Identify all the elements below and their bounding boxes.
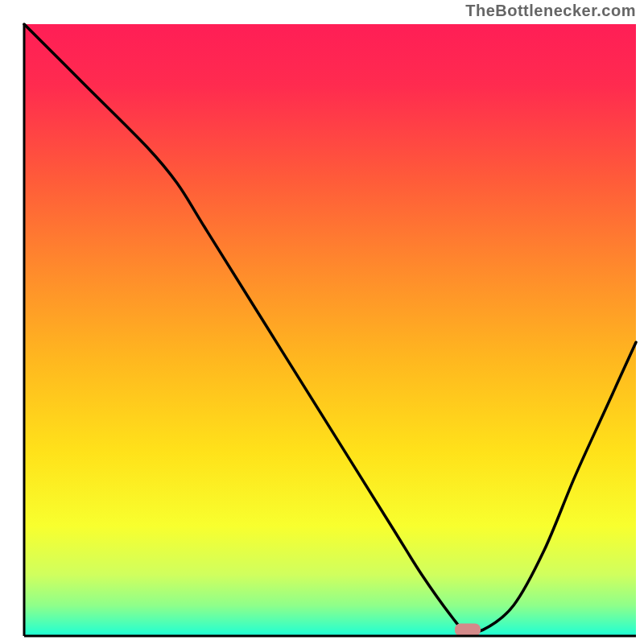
chart-wrap: { "attribution": "TheBottlenecker.com", … xyxy=(0,0,644,644)
bottleneck-chart xyxy=(0,0,644,644)
attribution-text: TheBottlenecker.com xyxy=(465,2,636,20)
marker-dot xyxy=(455,623,481,636)
